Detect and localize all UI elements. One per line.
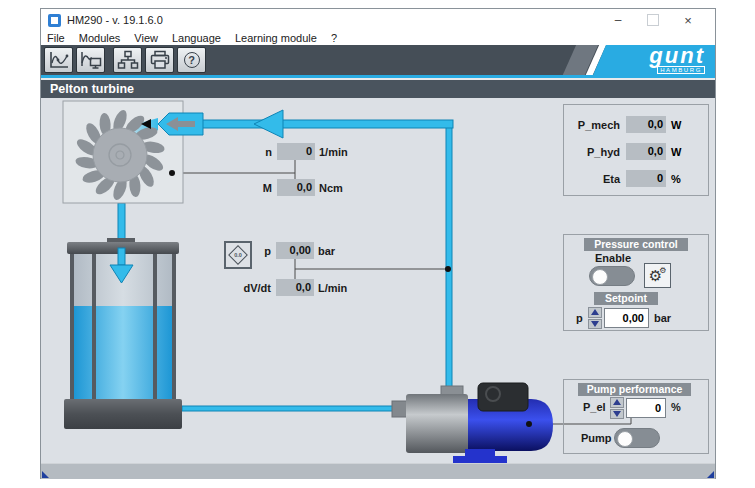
setpoint-unit: bar [654, 312, 671, 324]
p-mech-label: P_mech [564, 119, 620, 131]
setpoint-label: p [576, 312, 583, 324]
p-el-spinner [610, 397, 624, 419]
setpoint-up-button[interactable] [588, 307, 602, 318]
p-hyd-label: P_hyd [564, 146, 620, 158]
help-icon-button[interactable]: ? [177, 47, 206, 73]
window-controls: – × [611, 13, 695, 28]
up-arrow-icon [613, 399, 621, 405]
torque-unit: Ncm [319, 182, 343, 194]
p-mech-value: 0,0 [626, 116, 666, 133]
eta-unit: % [671, 173, 681, 185]
enable-label: Enable [590, 252, 636, 264]
chart-export-icon [80, 50, 102, 70]
pump-performance-title: Pump performance [578, 383, 691, 396]
page-title: Pelton turbine [41, 80, 715, 98]
pump-head [406, 394, 468, 453]
line-chart-icon-button[interactable] [44, 47, 73, 73]
p-el-down-button[interactable] [610, 409, 624, 420]
menu-item-language[interactable]: Language [165, 32, 228, 44]
chart-export-icon-button[interactable] [76, 47, 105, 73]
p-mech-unit: W [671, 119, 681, 131]
resize-grip-left-icon[interactable] [42, 471, 49, 478]
p-hyd-value: 0,0 [626, 143, 666, 160]
line-chart-icon [48, 50, 70, 70]
eta-row: Eta 0 % [564, 170, 708, 187]
pressure-unit: bar [318, 245, 335, 257]
setpoint-down-button[interactable] [588, 319, 602, 330]
setpoint-spinner [588, 307, 602, 329]
speed-display: n 0 1/min [226, 143, 348, 160]
water-level [71, 306, 175, 400]
pressure-control-panel: Pressure control Enable ⚙ ⚙ Setpoint p b… [563, 234, 709, 331]
schematic-area: n 0 1/min M 0,0 Ncm 0.0 p 0,00 bar dV/dt… [41, 98, 715, 463]
flow-display: dV/dt 0,0 L/min [225, 279, 347, 296]
p-el-unit: % [671, 401, 681, 413]
desktop: HM290 - v. 19.1.6.0 – × File Modules Vie… [0, 0, 755, 488]
minimize-button[interactable]: – [611, 13, 625, 27]
pump-performance-panel: Pump performance P_el % Pump [563, 379, 709, 454]
network-icon [117, 50, 139, 70]
torque-label: M [226, 182, 272, 194]
pressure-value: 0,00 [276, 242, 314, 259]
setpoint-input[interactable] [604, 308, 649, 328]
p-el-up-button[interactable] [610, 397, 624, 408]
down-arrow-icon [613, 411, 621, 417]
help-icon: ? [184, 52, 200, 68]
print-icon-button[interactable] [145, 47, 174, 73]
pressure-settings-button[interactable]: ⚙ ⚙ [644, 263, 671, 288]
gear-small-icon: ⚙ [659, 267, 666, 275]
p-el-label: P_el [583, 401, 606, 413]
pressure-enable-toggle[interactable] [589, 266, 635, 286]
menu-item-modules[interactable]: Modules [72, 32, 128, 44]
up-arrow-icon [591, 309, 599, 315]
speed-unit: 1/min [319, 146, 348, 158]
menu-item-file[interactable]: File [41, 32, 72, 44]
tank-base [64, 399, 182, 429]
status-bar [41, 463, 715, 479]
pressure-label: p [225, 245, 271, 257]
toolbar: ? gunt HAMBURG [41, 45, 715, 75]
close-button[interactable]: × [681, 13, 695, 28]
window-title: HM290 - v. 19.1.6.0 [67, 14, 163, 26]
printer-icon [149, 50, 171, 70]
menu-item-help[interactable]: ? [324, 32, 344, 44]
menu-item-view[interactable]: View [127, 32, 165, 44]
app-window: HM290 - v. 19.1.6.0 – × File Modules Vie… [40, 8, 716, 479]
pump-toggle[interactable] [614, 428, 660, 448]
speed-value: 0 [277, 143, 315, 160]
eta-value: 0 [626, 170, 666, 187]
torque-value: 0,0 [277, 179, 315, 196]
eta-label: Eta [564, 173, 620, 185]
flow-value: 0,0 [276, 279, 314, 296]
gunt-logo: gunt HAMBURG [593, 45, 715, 75]
menu-bar: File Modules View Language Learning modu… [41, 31, 715, 45]
resize-grip-right-icon[interactable] [707, 471, 714, 478]
maximize-button[interactable] [647, 14, 659, 26]
title-bar: HM290 - v. 19.1.6.0 – × [41, 9, 715, 31]
brand-name: gunt [649, 47, 705, 65]
toggle-knob [617, 431, 633, 447]
flow-unit: L/min [318, 282, 347, 294]
torque-display: M 0,0 Ncm [226, 179, 343, 196]
speed-label: n [226, 146, 272, 158]
down-arrow-icon [591, 321, 599, 327]
p-hyd-row: P_hyd 0,0 W [564, 143, 708, 160]
p-mech-row: P_mech 0,0 W [564, 116, 708, 133]
pump-label: Pump [581, 432, 612, 444]
process-schematic-icon-button[interactable] [113, 47, 142, 73]
flow-label: dV/dt [225, 282, 271, 294]
setpoint-title: Setpoint [594, 292, 658, 305]
p-hyd-unit: W [671, 146, 681, 158]
toggle-knob [592, 269, 608, 285]
flow-arrow-left [254, 110, 283, 138]
pressure-control-title: Pressure control [584, 238, 688, 251]
app-icon [48, 14, 61, 27]
results-panel: P_mech 0,0 W P_hyd 0,0 W Eta 0 % [563, 104, 709, 196]
p-el-input[interactable] [626, 398, 666, 418]
pressure-display: p 0,00 bar [225, 242, 335, 259]
menu-item-learning-module[interactable]: Learning module [228, 32, 324, 44]
brand-city: HAMBURG [657, 66, 705, 74]
pump-junction-box [478, 383, 528, 411]
